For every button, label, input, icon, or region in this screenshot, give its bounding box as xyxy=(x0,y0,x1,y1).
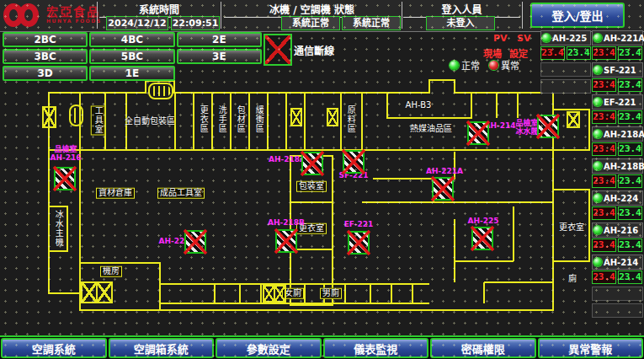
ahu-fan-comm-loss-icon[interactable] xyxy=(467,121,489,145)
status-lamp-icon xyxy=(593,194,602,202)
empty-panel xyxy=(592,303,643,318)
stair-x-icon xyxy=(42,106,56,128)
system-time-value: 22:09:51 xyxy=(171,16,220,30)
sv-value: 23.4 xyxy=(567,46,591,60)
nav-button-異常警報[interactable]: 異常警報 xyxy=(538,338,644,358)
status-lamp-icon xyxy=(593,66,602,74)
device-name: AH-216 xyxy=(604,226,638,235)
device-name: AH-214 xyxy=(604,258,638,267)
divider xyxy=(97,2,98,29)
sv-value: 23.4 xyxy=(618,46,642,60)
divider xyxy=(221,2,221,29)
room-label: 更衣室 xyxy=(559,223,584,233)
device-panel-AH-224[interactable]: AH-224 23.4 23.4 xyxy=(592,190,643,220)
floor-button-2BC[interactable]: 2BC xyxy=(3,32,88,47)
room-label: AH-B3 xyxy=(406,101,432,110)
device-panel-EF-221[interactable]: EF-221 23.4 23.4 xyxy=(592,94,643,124)
sv-value: 23.4 xyxy=(618,271,642,284)
pv-header-label: PV xyxy=(493,33,508,44)
sv-value: 23.4 xyxy=(618,142,642,156)
sv-value: 23.4 xyxy=(618,78,642,92)
device-panel-SF-221[interactable]: SF-221 23.4 23.4 xyxy=(592,62,643,92)
floor-button-2E[interactable]: 2E xyxy=(177,32,262,47)
ahu-fan-comm-loss-icon[interactable] xyxy=(348,231,370,255)
normal-lamp-icon xyxy=(450,61,459,70)
device-label: EF-221 xyxy=(344,221,374,229)
status-lamp-icon xyxy=(593,226,602,234)
sv-header-label: SV xyxy=(517,33,530,44)
device-list: AH-221A 23.4 23.4 SF-221 23.4 23.4 EF-22… xyxy=(592,30,643,320)
stair-x-icon xyxy=(263,285,286,303)
device-label: AH-218A xyxy=(269,156,306,164)
nav-button-密碼權限[interactable]: 密碼權限 xyxy=(430,338,536,358)
system-date-value: 2024/12/12 xyxy=(106,16,168,30)
nav-button-參數設定[interactable]: 參數設定 xyxy=(216,338,322,358)
floor-button-5BC[interactable]: 5BC xyxy=(89,49,174,64)
divider xyxy=(522,2,523,29)
sv-value: 23.4 xyxy=(618,238,642,252)
empty-panel xyxy=(592,287,643,301)
device-panel-AH-221A[interactable]: AH-221A 23.4 23.4 xyxy=(592,30,643,60)
pv-value: 23.4 xyxy=(592,174,616,188)
ahu-fan-comm-loss-icon[interactable] xyxy=(184,230,206,254)
nav-button-空調箱系統[interactable]: 空調箱系統 xyxy=(109,338,215,358)
ahu-fan-comm-loss-icon[interactable] xyxy=(432,177,454,201)
device-panel-AH-216[interactable]: AH-216 23.4 23.4 xyxy=(592,222,643,252)
stair-x-icon xyxy=(327,108,338,126)
company-logo: 宏亞食品 HUNYA FOODS xyxy=(3,3,102,28)
device-label: AH-225 xyxy=(467,217,498,226)
ahu-fan-comm-loss-icon[interactable] xyxy=(275,229,297,253)
device-panel-AH-218A[interactable]: AH-218A 23.4 23.4 xyxy=(592,126,643,156)
ahu-fan-comm-loss-icon[interactable] xyxy=(471,227,493,250)
status-lamp-icon xyxy=(593,258,602,266)
floor-button-3E[interactable]: 3E xyxy=(177,49,262,64)
sv-value: 23.4 xyxy=(618,174,642,188)
login-status-value: 未登入 xyxy=(426,16,495,30)
logo-icon xyxy=(3,3,42,28)
comm-loss-label: 通信斷線 xyxy=(294,43,334,57)
floor-button-4BC[interactable]: 4BC xyxy=(89,32,174,47)
device-name: AH-221A xyxy=(604,34,644,43)
status-lamp-icon xyxy=(593,162,602,170)
floor-button-1E[interactable]: 1E xyxy=(89,66,174,81)
room-label: 包材區 xyxy=(236,106,245,134)
room-label: 機房 xyxy=(100,266,122,277)
floor-button-3BC[interactable]: 3BC xyxy=(3,49,88,64)
pv-value: 23.4 xyxy=(592,238,616,252)
room-label: 包裝室 xyxy=(296,181,327,192)
header-bar: 宏亞食品 HUNYA FOODS 系統時間 2024/12/12 22:09:5… xyxy=(0,0,644,32)
device-name: AH-218B xyxy=(604,162,644,171)
hmi-screen: 工具室全自動包裝區更衣區洗手區包材區緩衝區原料區AH-B3熱媒油品區資材倉庫成品… xyxy=(0,0,644,359)
pv-value: 23.4 xyxy=(592,142,616,156)
ahu-fan-comm-loss-icon[interactable] xyxy=(301,152,323,175)
abnormal-label: 異常 xyxy=(501,58,519,72)
floor-button-3D[interactable]: 3D xyxy=(3,66,88,81)
stair-x-icon xyxy=(290,108,302,126)
device-panel-AH-218B[interactable]: AH-218B 23.4 23.4 xyxy=(592,158,643,188)
empty-panel xyxy=(540,62,591,77)
device-label: AH-214 xyxy=(484,122,515,131)
nav-button-空調系統[interactable]: 空調系統 xyxy=(1,338,107,358)
ahu-fan-comm-loss-icon[interactable] xyxy=(54,167,76,190)
device-name: AH-224 xyxy=(604,194,638,203)
device-panel-AH-225[interactable]: AH-225 23.4 23.4 xyxy=(540,30,591,60)
pv-value: 23.4 xyxy=(592,271,616,284)
stair-icon xyxy=(69,104,83,126)
device-panel-AH-214[interactable]: AH-214 23.4 23.4 xyxy=(592,255,643,284)
pv-value: 23.4 xyxy=(540,46,565,60)
ahu-fan-comm-loss-icon[interactable] xyxy=(537,115,559,138)
pv-value: 23.4 xyxy=(592,110,616,124)
logo-name: 宏亞食品 xyxy=(46,6,102,19)
ac-status-value: 系統正常 xyxy=(342,16,401,30)
floor-selector: 2BC4BC2E3BC5BC3E3D1E xyxy=(3,32,262,74)
login-logout-button[interactable]: 登入/登出 xyxy=(530,3,625,28)
nav-button-儀表監視[interactable]: 儀表監視 xyxy=(323,338,429,358)
stair-icon xyxy=(148,83,173,99)
room-label: 緩衝區 xyxy=(254,106,263,134)
ahu-fan-comm-loss-icon[interactable] xyxy=(343,150,365,174)
status-lamp-icon xyxy=(542,34,551,42)
divider xyxy=(402,2,402,29)
room-label: 原料區 xyxy=(346,106,355,134)
sv-value: 23.4 xyxy=(618,206,642,220)
stair-x-icon xyxy=(567,111,580,128)
